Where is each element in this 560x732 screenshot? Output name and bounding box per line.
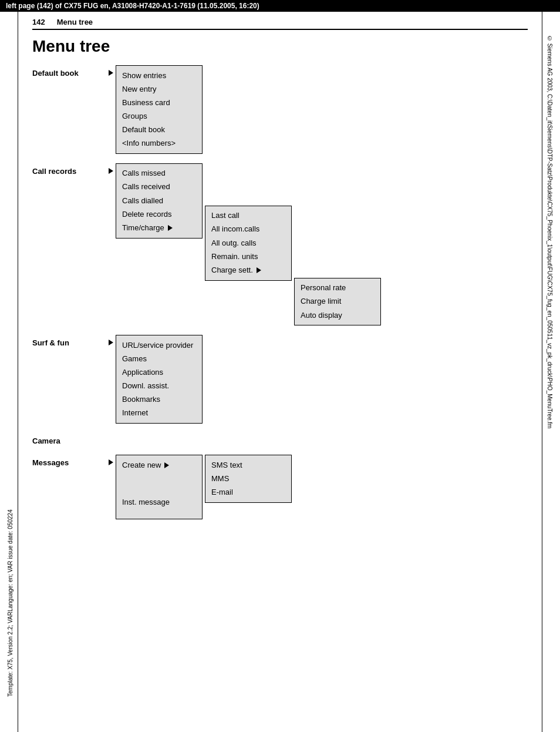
list-item: Show entries bbox=[122, 69, 196, 82]
main-content: 142 Menu tree Menu tree Default book Sho… bbox=[32, 12, 528, 529]
charge-sett-sub-box: Personal rate Charge limit Auto display bbox=[294, 278, 381, 325]
list-item: MMS bbox=[211, 472, 285, 485]
time-charge-item: Time/charge bbox=[122, 221, 164, 234]
camera-row: Camera bbox=[32, 433, 528, 445]
messages-boxes: Create new Inst. message SMS text MMS E-… bbox=[109, 455, 292, 519]
charge-sett-arrow bbox=[257, 267, 261, 273]
list-item: Last call bbox=[211, 209, 285, 223]
list-item: Business card bbox=[122, 96, 196, 109]
time-charge-sub: Last call All incom.calls All outg. call… bbox=[205, 206, 292, 281]
create-new-sub: SMS text MMS E-mail bbox=[205, 455, 292, 502]
call-records-box: Calls missed Calls received Calls dialle… bbox=[116, 163, 203, 239]
list-item: SMS text bbox=[211, 458, 285, 472]
list-item: Remain. units bbox=[211, 250, 285, 263]
default-book-box: Show entries New entry Business card Gro… bbox=[116, 65, 203, 154]
messages-level1: Create new Inst. message bbox=[116, 455, 203, 519]
call-records-level1: Calls missed Calls received Calls dialle… bbox=[116, 163, 203, 239]
list-item: All incom.calls bbox=[211, 223, 285, 236]
time-charge-sub-box: Last call All incom.calls All outg. call… bbox=[205, 206, 292, 281]
list-item: Delete records bbox=[122, 207, 196, 221]
menu-tree: Default book Show entries New entry Busi… bbox=[32, 65, 528, 529]
charge-sett-sub: Personal rate Charge limit Auto display bbox=[294, 278, 381, 325]
page-header: 142 Menu tree bbox=[32, 18, 528, 30]
list-item: Calls received bbox=[122, 180, 196, 194]
top-header-text: left page (142) of CX75 FUG en, A31008-H… bbox=[6, 2, 259, 10]
list-item: Personal rate bbox=[301, 281, 375, 295]
list-item: Calls missed bbox=[122, 167, 196, 180]
list-item: Inst. message bbox=[122, 495, 196, 509]
time-charge-sub-col: Last call All incom.calls All outg. call… bbox=[205, 206, 292, 281]
messages-box: Create new Inst. message bbox=[116, 455, 203, 519]
default-book-label: Default book bbox=[32, 65, 109, 78]
call-records-row: Call records Calls missed Calls received… bbox=[32, 163, 528, 325]
list-item: New entry bbox=[122, 82, 196, 96]
list-item: Internet bbox=[122, 407, 196, 420]
left-vertical-line bbox=[18, 0, 18, 732]
section-title: Menu tree bbox=[57, 18, 93, 26]
list-item: All outg. calls bbox=[211, 236, 285, 250]
time-charge-arrow bbox=[168, 225, 173, 231]
create-new-arrow bbox=[164, 462, 169, 468]
surf-fun-box: URL/service provider Games Applications … bbox=[116, 335, 203, 424]
list-item: URL/service provider bbox=[122, 338, 196, 352]
default-book-arrow bbox=[109, 70, 113, 76]
list-item: Calls dialled bbox=[122, 194, 196, 207]
list-item: Groups bbox=[122, 109, 196, 123]
spacer bbox=[122, 472, 196, 495]
list-item: Downl. assist. bbox=[122, 380, 196, 393]
right-watermark: © Siemens AG 2003, C:\Daten_it\Siemens\D… bbox=[546, 35, 553, 697]
right-vertical-line bbox=[542, 0, 542, 732]
charge-sett-item: Charge sett. bbox=[211, 263, 253, 277]
create-new-row: Create new bbox=[122, 458, 196, 472]
surf-fun-boxes: URL/service provider Games Applications … bbox=[109, 335, 203, 424]
page-number: 142 bbox=[32, 18, 45, 26]
messages-arrow bbox=[109, 459, 113, 465]
call-records-label: Call records bbox=[32, 163, 109, 176]
surf-fun-label: Surf & fun bbox=[32, 335, 109, 347]
camera-label: Camera bbox=[32, 433, 109, 445]
surf-fun-arrow bbox=[109, 340, 113, 345]
list-item: Default book bbox=[122, 123, 196, 137]
left-watermark: Template: X75, Version 2.2; VARLanguage:… bbox=[7, 35, 14, 697]
time-charge-row: Time/charge bbox=[122, 221, 196, 234]
list-item: Applications bbox=[122, 366, 196, 380]
create-new-item: Create new bbox=[122, 458, 161, 472]
default-book-row: Default book Show entries New entry Busi… bbox=[32, 65, 528, 154]
default-book-boxes: Show entries New entry Business card Gro… bbox=[109, 65, 203, 154]
list-item: Auto display bbox=[301, 308, 375, 322]
top-header-bar: left page (142) of CX75 FUG en, A31008-H… bbox=[0, 0, 560, 12]
charge-sett-row: Charge sett. bbox=[211, 263, 285, 277]
page-big-title: Menu tree bbox=[32, 37, 528, 56]
list-item: Games bbox=[122, 352, 196, 365]
list-item: Charge limit bbox=[301, 295, 375, 308]
call-records-boxes: Calls missed Calls received Calls dialle… bbox=[109, 163, 381, 325]
list-item: Bookmarks bbox=[122, 393, 196, 407]
create-new-sub-box: SMS text MMS E-mail bbox=[205, 455, 292, 502]
surf-fun-row: Surf & fun URL/service provider Games Ap… bbox=[32, 335, 528, 424]
messages-label: Messages bbox=[32, 455, 109, 467]
call-records-arrow bbox=[109, 168, 113, 174]
messages-row: Messages Create new Inst. message bbox=[32, 455, 528, 519]
list-item: E-mail bbox=[211, 485, 285, 499]
list-item: <Info numbers> bbox=[122, 137, 196, 150]
